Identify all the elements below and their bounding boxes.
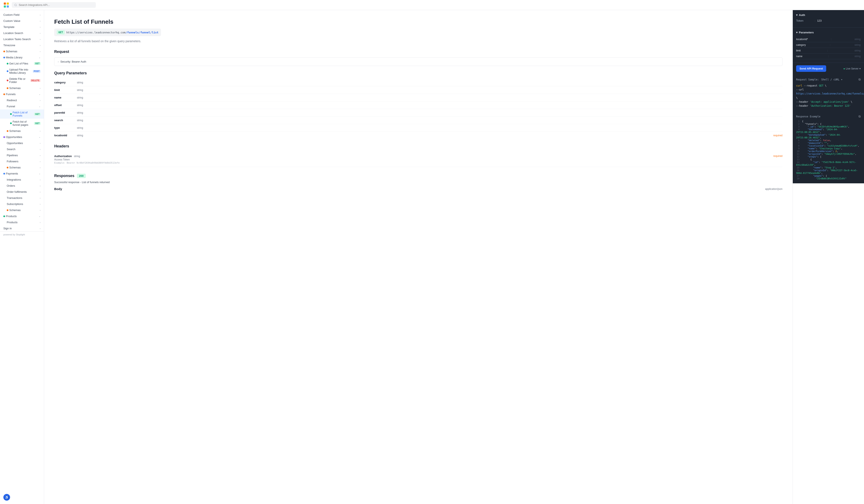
copy-icon[interactable]: ⧉ <box>859 78 861 81</box>
param-row-parentid: parentId string <box>54 109 782 116</box>
sidebar-item-custom-field[interactable]: Custom Field › <box>0 12 44 18</box>
sidebar-item-integrations[interactable]: Integrations › <box>0 176 44 183</box>
method-badge: GET <box>57 30 65 35</box>
sidebar-item-products-sub[interactable]: Products › <box>0 219 44 225</box>
code-line-4: --header 'Authorization: Bearer 123' <box>796 104 861 108</box>
description: Retrieves a list of all funnels based on… <box>54 39 782 43</box>
chevron-down-icon: ⌄ <box>39 215 40 218</box>
headers-title: Headers <box>54 144 782 148</box>
response-header: Responses 200 <box>54 174 782 178</box>
auth-section: ▾ Auth Token : 123 <box>793 10 864 27</box>
security-box[interactable]: › Security: Bearer Auth <box>54 57 782 66</box>
accessibility-button[interactable]: ♿ <box>3 494 10 501</box>
copy-icon-2[interactable]: ⧉ <box>859 115 861 118</box>
sidebar-item-get-list-of-files[interactable]: Get List of Files GET <box>0 61 44 66</box>
chevron-right-icon: › <box>40 148 40 150</box>
headers-list: Authorization string required Access Tok… <box>54 152 782 167</box>
schemas-icon-5 <box>7 209 9 211</box>
sidebar-item-sign-in[interactable]: Sign in › <box>0 225 44 231</box>
request-sample-label: Request Sample: Shell / cURL ▾ <box>796 78 842 81</box>
token-label: Token <box>796 19 813 22</box>
chevron-right-icon: › <box>40 50 40 53</box>
rp-actions: Send API Request ● Live Server ▾ <box>793 63 864 74</box>
sidebar-item-followers[interactable]: Followers › <box>0 158 44 164</box>
chevron-down-icon: ▾ <box>860 67 861 70</box>
body-label: Body <box>54 187 62 191</box>
sidebar-item-fetch-list-funnels[interactable]: Fetch List of Funnels GET <box>0 109 44 119</box>
sidebar-item-transactions[interactable]: Transactions › <box>0 195 44 201</box>
param-row-category: category string <box>54 79 782 86</box>
chevron-right-icon: › <box>40 20 40 22</box>
chevron-down-icon: ⌄ <box>39 172 40 175</box>
code-line-1: curl --request GET \ <box>796 84 861 88</box>
payments-icon <box>3 173 5 174</box>
sidebar-item-delete-file[interactable]: Delete File or Folder DELETE <box>0 76 44 85</box>
search-bar[interactable] <box>12 2 96 8</box>
sidebar-item-funnels[interactable]: Funnels ⌄ <box>0 91 44 97</box>
sidebar-item-schemas-5[interactable]: Schemas › <box>0 207 44 213</box>
badge-post: POST <box>33 70 40 73</box>
layout: Custom Field › Custom Value › Template ›… <box>0 10 864 504</box>
sidebar-item-products[interactable]: Products ⌄ <box>0 213 44 219</box>
sidebar-item-redirect[interactable]: Redirect › <box>0 97 44 103</box>
chevron-right-icon: › <box>40 26 40 28</box>
sidebar-item-template[interactable]: Template › <box>0 24 44 30</box>
chevron-right-icon: › <box>40 160 40 163</box>
sidebar-item-media-library[interactable]: Media Library ⌄ <box>0 54 44 61</box>
send-api-request-button[interactable]: Send API Request <box>796 65 826 72</box>
chevron-right-icon: › <box>40 32 40 35</box>
sidebar-item-search[interactable]: Search › <box>0 146 44 152</box>
sidebar-item-schemas-2[interactable]: Schemas › <box>0 85 44 91</box>
sidebar-item-schemas-4[interactable]: Schemas › <box>0 164 44 171</box>
svg-rect-3 <box>7 5 9 8</box>
query-params-title: Query Parameters <box>54 71 782 75</box>
param-row-offset: offset string <box>54 101 782 109</box>
upload-icon <box>7 70 9 72</box>
opportunities-icon <box>3 136 5 138</box>
sidebar-item-pipelines[interactable]: Pipelines › <box>0 152 44 158</box>
badge-get-3: GET <box>34 122 40 125</box>
chevron-right-icon: › <box>40 221 40 224</box>
chevron-right-icon: › <box>40 142 40 145</box>
chevron-down-icon: ⌄ <box>39 93 40 96</box>
sidebar-item-funnel[interactable]: Funnel ⌄ <box>0 103 44 109</box>
chevron-right-icon: › <box>40 130 40 132</box>
delete-icon <box>7 79 9 81</box>
header-desc: Access Token <box>54 158 782 161</box>
svg-rect-1 <box>7 2 9 4</box>
chevron-down-icon: ▾ <box>841 78 842 81</box>
sidebar-item-payments[interactable]: Payments ⌄ <box>0 171 44 176</box>
params-section-title: ▾ Parameters <box>796 31 861 34</box>
server-selector[interactable]: ● Live Server ▾ <box>843 67 861 70</box>
sidebar-item-schemas-1[interactable]: Schemas › <box>0 48 44 54</box>
chevron-right-icon: › <box>40 203 40 205</box>
right-panel: ▾ Auth Token : 123 ▾ Parameters location… <box>793 10 864 504</box>
search-icon <box>14 3 17 7</box>
sidebar-item-opportunities[interactable]: Opportunities ⌄ <box>0 134 44 140</box>
param-row-limit: limit string <box>54 86 782 94</box>
badge-get: GET <box>34 62 40 65</box>
sidebar-item-orders[interactable]: Orders › <box>0 183 44 189</box>
badge-delete: DELETE <box>30 79 40 82</box>
sidebar-item-location-tasks-search[interactable]: Location Tasks Search › <box>0 36 44 42</box>
body-type: application/json <box>765 187 782 190</box>
sidebar-item-fetch-funnel-pages[interactable]: Fetch list of funnel pages GET <box>0 119 44 128</box>
sidebar-item-order-fulfillments[interactable]: Order fulfilments › <box>0 189 44 195</box>
params-list: category string limit string name string… <box>54 79 782 139</box>
sidebar-item-opportunities-sub[interactable]: Opportunities › <box>0 140 44 146</box>
sidebar-item-location-search[interactable]: Location Search › <box>0 30 44 36</box>
schemas-icon-1 <box>3 51 5 52</box>
sidebar-item-custom-value[interactable]: Custom Value › <box>0 18 44 24</box>
search-input[interactable] <box>19 3 93 7</box>
sidebar-item-schemas-3[interactable]: Schemas › <box>0 128 44 134</box>
chevron-right-icon: › <box>40 191 40 193</box>
sidebar-item-subscriptions[interactable]: Subscriptions › <box>0 201 44 207</box>
rp-param-limit: limit : string <box>796 48 861 53</box>
chevron-down-icon: ⌄ <box>39 105 40 108</box>
endpoint-badge: GET https://services.leadconnectorhq.com… <box>54 28 161 36</box>
sidebar-item-upload-file[interactable]: Upload File into Media Library POST <box>0 66 44 76</box>
chevron-right-icon: › <box>40 209 40 211</box>
header-example: Example: Bearer 9c48df2694a849b6089f9d0d… <box>54 161 782 164</box>
sidebar-item-timezone[interactable]: Timezone › <box>0 42 44 48</box>
badge-get-2: GET <box>34 113 40 115</box>
